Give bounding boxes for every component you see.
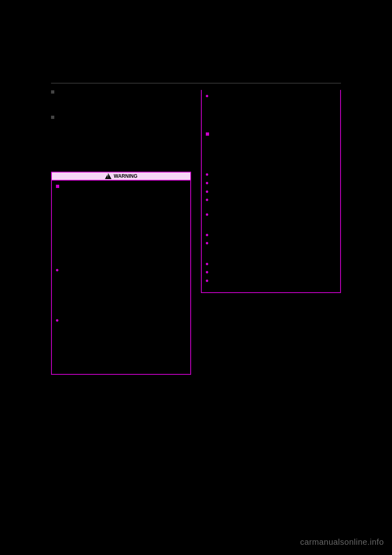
section-heading: Canceling and resuming the speed setting (51, 90, 191, 95)
warning-bullet: Assisting the driver in judging proper f… (56, 318, 186, 366)
chapter-title: 4-5. Using the driving support systems (69, 75, 152, 81)
warning-box: WARNING Before using dynamic radar cruis… (51, 172, 191, 375)
warning-bullet: On roads where the vehicle may be struck… (206, 269, 336, 275)
warning-bullet: When rain, snow, etc. is adhered to the … (206, 261, 336, 267)
warning-bullet: Assisting the driver's operations The dy… (206, 93, 336, 129)
dot-bullet-icon (206, 182, 208, 184)
dot-bullet-icon (206, 213, 208, 216)
warning-text: The dynamic radar cruise control with fu… (56, 218, 186, 236)
dot-bullet-icon (206, 95, 208, 97)
square-bullet-icon (51, 90, 54, 94)
warning-label: WARNING (114, 173, 138, 179)
warning-bullet: On roads where the road ahead has sharp … (206, 189, 336, 195)
header-rule (51, 83, 341, 83)
section-heading: If the warning message for the cruise co… (51, 115, 191, 125)
dot-bullet-icon (56, 319, 58, 322)
dot-bullet-icon (206, 190, 208, 193)
dot-bullet-icon (206, 263, 208, 265)
warning-text: Driving safely is the sole responsibilit… (56, 197, 186, 215)
dot-bullet-icon (206, 173, 208, 176)
dot-bullet-icon (206, 234, 208, 236)
square-bullet-icon (56, 185, 59, 188)
square-bullet-icon (206, 132, 209, 136)
warning-section-title: Situations unsuitable for dynamic radar … (206, 132, 336, 143)
warning-text: Do not use dynamic radar cruise control … (206, 145, 336, 170)
warning-triangle-icon (105, 173, 111, 179)
warning-box-continuation: Assisting the driver's operations The dy… (201, 90, 341, 293)
dot-bullet-icon (206, 242, 208, 244)
warning-bullet: On steep hills, or where there are sudde… (206, 212, 336, 230)
warning-section-title: Before using dynamic radar cruise contro… (56, 184, 186, 196)
dot-bullet-icon (206, 271, 208, 273)
dot-bullet-icon (56, 269, 58, 271)
dot-bullet-icon (206, 199, 208, 201)
dot-bullet-icon (206, 280, 208, 282)
warning-bullet: When weather conditions are bad enough t… (206, 240, 336, 258)
warning-bullet: On roads where visibility is poor due to… (206, 197, 336, 209)
warning-bullet: Assisting the driver in measuring follow… (56, 267, 186, 316)
warning-bullet: During emergency towing (206, 278, 336, 284)
warning-bullet: Roads where there may be pedestrians, cy… (206, 172, 336, 178)
warning-header: WARNING (52, 172, 190, 181)
watermark: carmanualsonline.info (300, 537, 384, 547)
warning-bullet: At entrances to expressways or highways (206, 232, 336, 238)
section-body: Press the cruise control main switch onc… (51, 127, 191, 166)
page-number: 226 (51, 74, 61, 81)
warning-bullet: In heavy traffic, or traffic that varies… (206, 180, 336, 186)
warning-text: Pay careful attention to the surrounding… (56, 253, 186, 264)
warning-text: Therefore, over-reliance on this system … (56, 238, 186, 250)
square-bullet-icon (51, 116, 54, 119)
section-body: Press the cancel switch to cancel cruise… (51, 96, 191, 110)
